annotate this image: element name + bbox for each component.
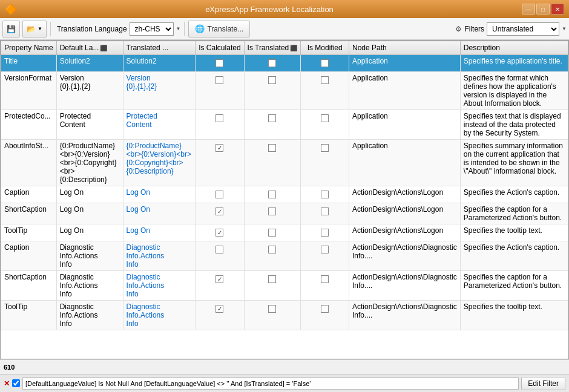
header-is-translated[interactable]: Is Translated ⬛: [244, 41, 301, 55]
window-title: eXpressApp Framework Localization: [17, 5, 522, 14]
record-count: 610: [4, 364, 15, 371]
checkbox-cell[interactable]: [248, 205, 298, 218]
table-row[interactable]: AboutInfoSt...{0:ProductName}<br>{0:Vers…: [1, 140, 568, 186]
checkbox-cell[interactable]: [199, 243, 240, 256]
checkbox[interactable]: [268, 144, 276, 152]
checkbox[interactable]: [268, 207, 276, 215]
checkbox[interactable]: [215, 229, 223, 237]
main-content: Property Name Default La... ⬛ Translated…: [0, 40, 569, 392]
table-row[interactable]: CaptionLog OnLog OnActionDesign\Actions\…: [1, 186, 568, 203]
table-body: TitleSolution2Solution2ApplicationSpecif…: [1, 55, 568, 330]
checkbox[interactable]: [321, 114, 329, 122]
table-container[interactable]: Property Name Default La... ⬛ Translated…: [0, 40, 569, 359]
checkbox[interactable]: [268, 275, 276, 283]
header-description[interactable]: Description: [460, 41, 568, 55]
checkbox-cell[interactable]: [304, 188, 346, 201]
checkbox[interactable]: [215, 144, 223, 152]
checkbox-cell[interactable]: [199, 188, 240, 201]
checkbox[interactable]: [268, 59, 276, 67]
checkbox[interactable]: [268, 246, 276, 253]
checkbox-cell[interactable]: [199, 302, 240, 315]
checkbox-cell[interactable]: [199, 142, 240, 154]
checkbox[interactable]: [268, 114, 276, 122]
checkbox-cell[interactable]: [199, 226, 240, 239]
header-property-name[interactable]: Property Name: [1, 41, 57, 55]
checkbox[interactable]: [321, 191, 329, 198]
checkbox-cell[interactable]: [304, 112, 346, 125]
maximize-button[interactable]: □: [536, 4, 550, 15]
toolbar-btn-1[interactable]: 💾: [2, 21, 20, 38]
checkbox[interactable]: [321, 144, 329, 152]
checkbox-cell[interactable]: [248, 243, 298, 256]
filters-area: ⚙ Filters Untranslated Translated All Mo…: [455, 22, 567, 36]
header-is-calculated[interactable]: Is Calculated: [196, 41, 244, 55]
checkbox-cell[interactable]: [304, 273, 346, 286]
checkbox-cell[interactable]: [248, 112, 298, 125]
checkbox[interactable]: [215, 191, 223, 198]
checkbox-cell[interactable]: [304, 142, 346, 154]
checkbox[interactable]: [321, 246, 329, 253]
header-is-modified[interactable]: Is Modified: [301, 41, 349, 55]
checkbox-cell[interactable]: [248, 226, 298, 239]
checkbox-cell[interactable]: [304, 205, 346, 218]
table-row[interactable]: VersionFormatVersion {0},{1},{2}Version …: [1, 72, 568, 110]
checkbox-cell[interactable]: [248, 188, 298, 201]
checkbox-cell[interactable]: [304, 74, 346, 87]
checkbox[interactable]: [215, 305, 223, 313]
table-row[interactable]: ShortCaptionLog OnLog OnActionDesign\Act…: [1, 203, 568, 224]
checkbox[interactable]: [321, 305, 329, 313]
checkbox-cell[interactable]: [248, 57, 298, 70]
checkbox-cell[interactable]: [199, 74, 240, 87]
table-row[interactable]: ToolTipDiagnostic Info.Actions InfoDiagn…: [1, 301, 568, 330]
header-translated[interactable]: Translated ...: [123, 41, 196, 55]
header-default-lang[interactable]: Default La... ⬛: [56, 41, 123, 55]
checkbox[interactable]: [215, 246, 223, 253]
filters-combo[interactable]: Untranslated Translated All Modified: [487, 22, 559, 36]
checkbox-cell[interactable]: [304, 57, 346, 70]
table-row[interactable]: CaptionDiagnostic Info.Actions InfoDiagn…: [1, 241, 568, 271]
checkbox[interactable]: [268, 229, 276, 237]
checkbox-cell[interactable]: [248, 302, 298, 315]
toolbar-btn-2[interactable]: 📂 ▼: [22, 21, 47, 38]
checkbox-cell[interactable]: [248, 74, 298, 87]
translate-button[interactable]: 🌐 Translate...: [188, 21, 250, 38]
lang-label: Translation Language: [57, 25, 127, 33]
table-row[interactable]: ShortCaptionDiagnostic Info.Actions Info…: [1, 271, 568, 301]
filter-checkbox[interactable]: [12, 379, 20, 387]
checkbox[interactable]: [268, 76, 276, 84]
table-row[interactable]: ToolTipLog OnLog OnActionDesign\Actions\…: [1, 224, 568, 241]
checkbox[interactable]: [321, 59, 329, 67]
checkbox[interactable]: [321, 275, 329, 283]
open-icon: 📂: [27, 25, 36, 33]
checkbox-cell[interactable]: [199, 273, 240, 286]
checkbox[interactable]: [215, 207, 223, 215]
checkbox-cell[interactable]: [248, 273, 298, 286]
checkbox-cell[interactable]: [199, 205, 240, 218]
edit-filter-button[interactable]: Edit Filter: [521, 377, 565, 390]
checkbox-cell[interactable]: [304, 243, 346, 256]
checkbox-cell[interactable]: [304, 226, 346, 239]
close-button[interactable]: ✕: [551, 4, 564, 15]
lang-combo[interactable]: zh-CHS: [130, 22, 174, 36]
checkbox[interactable]: [215, 59, 223, 67]
table-row[interactable]: TitleSolution2Solution2ApplicationSpecif…: [1, 55, 568, 72]
checkbox-cell[interactable]: [199, 112, 240, 125]
table-header-row: Property Name Default La... ⬛ Translated…: [1, 41, 568, 55]
checkbox[interactable]: [268, 305, 276, 313]
checkbox-cell[interactable]: [199, 57, 240, 70]
checkbox-cell[interactable]: [248, 142, 298, 154]
sort-icon-default: ⬛: [100, 45, 107, 51]
checkbox[interactable]: [321, 76, 329, 84]
checkbox[interactable]: [215, 114, 223, 122]
minimize-button[interactable]: —: [522, 4, 535, 15]
table-row[interactable]: ProtectedCo...Protected ContentProtected…: [1, 110, 568, 140]
checkbox[interactable]: [215, 275, 223, 283]
save-icon: 💾: [7, 25, 16, 33]
checkbox[interactable]: [321, 207, 329, 215]
checkbox-cell[interactable]: [304, 302, 346, 315]
checkbox[interactable]: [321, 229, 329, 237]
checkbox[interactable]: [268, 191, 276, 198]
checkbox[interactable]: [215, 76, 223, 84]
filter-expression-input[interactable]: [22, 377, 519, 390]
header-node-path[interactable]: Node Path: [349, 41, 461, 55]
